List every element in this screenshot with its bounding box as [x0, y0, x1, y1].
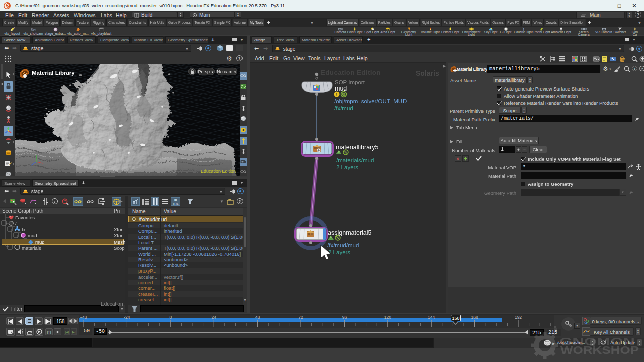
svg-text:-48: -48 — [80, 315, 87, 320]
svg-text:!: ! — [336, 92, 338, 97]
svg-text:-24: -24 — [124, 315, 130, 320]
svg-text:168: 168 — [471, 315, 478, 320]
svg-text:24: 24 — [211, 315, 216, 320]
svg-text:72: 72 — [298, 315, 303, 320]
svg-text:96: 96 — [342, 315, 347, 320]
svg-text:192: 192 — [515, 315, 522, 320]
svg-text:48: 48 — [255, 315, 260, 320]
svg-text:120: 120 — [384, 315, 391, 320]
svg-text:0: 0 — [169, 315, 172, 320]
svg-text:144: 144 — [428, 315, 435, 320]
